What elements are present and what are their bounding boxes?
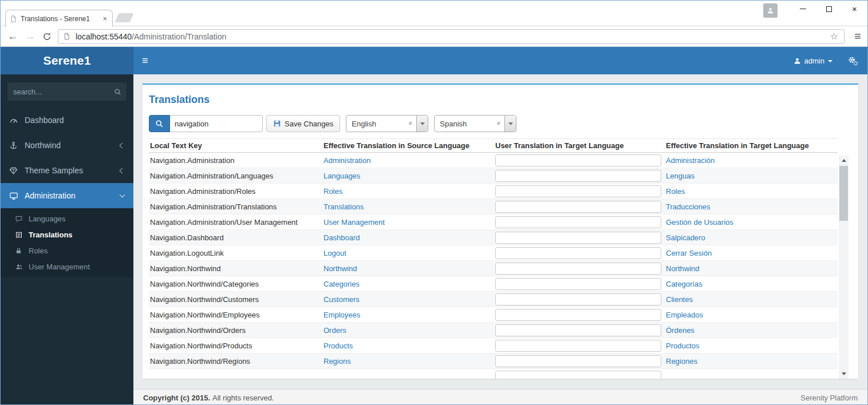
refresh-button[interactable] xyxy=(38,32,56,41)
new-tab-button[interactable] xyxy=(115,13,133,22)
browser-tab[interactable]: Translations - Serene1 × xyxy=(5,10,113,27)
source-translation-link[interactable]: Dashboard xyxy=(322,233,494,242)
local-text-key: Navigation.Administration xyxy=(149,156,322,165)
user-translation-input[interactable] xyxy=(495,309,661,321)
user-translation-input[interactable] xyxy=(495,201,661,213)
forward-button[interactable]: → xyxy=(21,30,38,42)
column-header[interactable]: Local Text Key xyxy=(149,141,322,150)
file-text-icon xyxy=(15,231,23,239)
sidebar-item-theme-samples[interactable]: Theme Samples xyxy=(1,158,133,183)
column-header[interactable]: Effective Translation in Source Language xyxy=(322,141,494,150)
target-translation-link[interactable]: Salpicadero xyxy=(665,233,838,242)
target-translation-link[interactable]: Clientes xyxy=(665,295,838,304)
bookmark-star-icon[interactable]: ☆ xyxy=(829,31,839,42)
clear-selection-icon[interactable]: × xyxy=(404,116,416,132)
user-translation-input[interactable] xyxy=(495,340,661,352)
minimize-button[interactable] xyxy=(790,1,816,17)
source-translation-link[interactable]: Regions xyxy=(322,357,494,366)
target-translation-link[interactable]: Traducciones xyxy=(665,202,838,211)
target-translation-link[interactable]: Categorías xyxy=(665,280,838,288)
target-translation-link[interactable]: Órdenes xyxy=(665,326,838,335)
target-translation-link[interactable]: Productos xyxy=(665,342,838,350)
user-translation-input[interactable] xyxy=(495,232,661,244)
source-translation-link[interactable]: Logout xyxy=(322,249,494,257)
back-button[interactable]: ← xyxy=(4,30,21,42)
user-dropdown[interactable]: admin xyxy=(794,57,833,65)
target-translation-link[interactable]: Cerrar Sesión xyxy=(665,249,838,257)
target-translation-link[interactable]: Gestión de Usuarios xyxy=(665,218,838,227)
chevron-left-icon xyxy=(120,168,125,173)
dropdown-arrow[interactable] xyxy=(416,116,428,132)
sidebar-subitem-user-management[interactable]: User Management xyxy=(1,259,133,275)
user-translation-input[interactable] xyxy=(495,170,661,182)
source-translation-link[interactable]: Customers xyxy=(322,295,494,304)
source-translation-link[interactable]: Orders xyxy=(322,326,494,335)
sidebar-subitem-languages[interactable]: Languages xyxy=(1,211,133,227)
source-translation-link[interactable]: Administration xyxy=(322,156,494,165)
table-row xyxy=(149,369,838,379)
sidebar-item-dashboard[interactable]: Dashboard xyxy=(1,108,133,133)
sidebar-item-northwind[interactable]: Northwind xyxy=(1,133,133,158)
column-header[interactable]: User Translation in Target Language xyxy=(494,141,665,150)
chevron-left-icon xyxy=(120,142,125,148)
source-language-select[interactable]: English × xyxy=(346,115,428,132)
scroll-up-button[interactable] xyxy=(839,156,849,165)
dropdown-arrow[interactable] xyxy=(504,116,516,132)
user-translation-input[interactable] xyxy=(495,371,661,379)
refresh-icon xyxy=(42,32,52,41)
tab-title: Translations - Serene1 xyxy=(21,15,101,23)
user-translation-input[interactable] xyxy=(495,216,661,228)
column-header[interactable]: Effective Translation in Target Language xyxy=(665,141,838,150)
source-translation-link[interactable]: User Management xyxy=(322,218,494,227)
grid-search-input[interactable] xyxy=(170,115,263,132)
sidebar-search-input[interactable] xyxy=(13,88,114,96)
user-translation-input[interactable] xyxy=(495,185,661,197)
app-brand[interactable]: Serene1 xyxy=(1,47,133,74)
scroll-down-button[interactable] xyxy=(839,369,849,379)
sidebar-item-label: Northwind xyxy=(25,141,61,150)
target-translation-link[interactable]: Administración xyxy=(665,156,838,165)
source-translation-link[interactable]: Northwind xyxy=(322,264,494,273)
source-translation-link[interactable]: Languages xyxy=(322,172,494,180)
sidebar-toggle-icon[interactable]: ≡ xyxy=(133,55,157,67)
source-translation-link[interactable]: Roles xyxy=(322,187,494,196)
save-changes-button[interactable]: Save Changes xyxy=(266,115,340,132)
target-translation-link[interactable]: Lenguas xyxy=(665,172,838,180)
user-translation-input[interactable] xyxy=(495,355,661,367)
tab-close-icon[interactable]: × xyxy=(101,14,108,23)
user-translation-input[interactable] xyxy=(495,247,661,259)
source-translation-link[interactable]: Products xyxy=(322,342,494,350)
user-translation-cell xyxy=(494,371,665,379)
source-translation-link[interactable]: Categories xyxy=(322,280,494,288)
caret-down-icon xyxy=(420,122,425,125)
user-translation-input[interactable] xyxy=(495,263,661,275)
scrollbar-thumb[interactable] xyxy=(839,166,848,221)
target-translation-link[interactable]: Roles xyxy=(665,187,838,196)
maximize-icon xyxy=(826,6,832,12)
target-translation-link[interactable]: Empleados xyxy=(665,311,838,319)
user-translation-input[interactable] xyxy=(495,324,661,336)
copyright-strong: Copyright (c) 2015. xyxy=(143,394,210,402)
target-language-select[interactable]: Spanish × xyxy=(434,115,516,132)
user-translation-input[interactable] xyxy=(495,278,661,290)
target-translation-link[interactable]: Regiones xyxy=(665,357,838,366)
sidebar-subitem-translations[interactable]: Translations xyxy=(1,227,133,243)
clear-selection-icon[interactable]: × xyxy=(492,116,504,132)
user-translation-cell xyxy=(494,154,665,166)
browser-menu-icon[interactable]: ≡ xyxy=(848,30,867,43)
address-bar[interactable]: localhost:55440/Administration/Translati… xyxy=(58,29,845,44)
source-translation-link[interactable]: Employees xyxy=(322,311,494,319)
maximize-button[interactable] xyxy=(816,1,842,17)
source-translation-link[interactable]: Translations xyxy=(322,202,494,211)
sidebar-subitem-roles[interactable]: Roles xyxy=(1,243,133,259)
user-translation-input[interactable] xyxy=(495,293,661,305)
close-button[interactable]: × xyxy=(842,1,867,17)
user-translation-input[interactable] xyxy=(495,154,661,166)
grid-search-button[interactable] xyxy=(149,115,170,132)
sidebar-subitem-label: Translations xyxy=(29,231,73,239)
settings-gears-icon[interactable] xyxy=(847,55,858,66)
sidebar-item-administration[interactable]: Administration xyxy=(1,183,133,208)
browser-profile-button[interactable] xyxy=(763,3,778,18)
target-translation-link[interactable]: Northwind xyxy=(665,264,838,273)
vertical-scrollbar[interactable] xyxy=(839,156,849,379)
